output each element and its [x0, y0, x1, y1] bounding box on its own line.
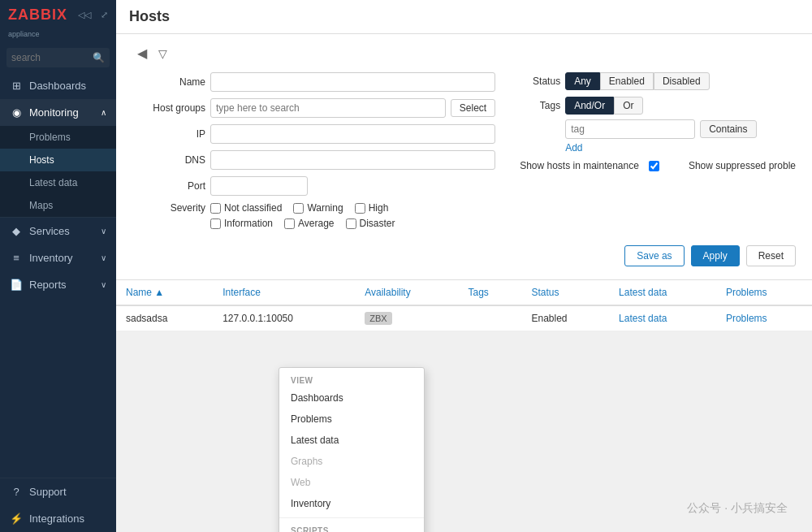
apply-button[interactable]: Apply: [691, 245, 740, 266]
sidebar-item-latest-data[interactable]: Latest data: [0, 171, 116, 194]
host-interface: 127.0.0.1:10050: [213, 305, 355, 331]
services-label: Services: [29, 225, 94, 237]
filter-port-row: Port: [132, 176, 495, 196]
tag-input[interactable]: [565, 119, 695, 139]
services-chevron: ∨: [101, 227, 106, 236]
severity-not-classified-cb[interactable]: [210, 203, 221, 214]
support-icon: ?: [10, 486, 23, 498]
hosts-label: Hosts: [29, 154, 54, 166]
maps-label: Maps: [29, 200, 53, 211]
ip-input[interactable]: [210, 124, 495, 144]
table-row[interactable]: sadsadsa 127.0.0.1:10050 ZBX Enabled Lat…: [116, 305, 812, 331]
app-subtitle: appliance: [0, 30, 116, 43]
status-buttons: Any Enabled Disabled: [565, 72, 709, 90]
status-disabled-button[interactable]: Disabled: [654, 72, 710, 90]
save-as-button[interactable]: Save as: [624, 245, 684, 266]
dns-label: DNS: [132, 154, 205, 166]
host-status: Enabled: [522, 305, 610, 331]
availability-badge: ZBX: [365, 312, 391, 325]
reset-button[interactable]: Reset: [746, 245, 796, 266]
table-header-row: Name ▲ Interface Availability Tags Statu…: [116, 280, 812, 305]
sidebar-item-reports[interactable]: 📄 Reports ∨: [0, 271, 116, 298]
ctx-problems[interactable]: Problems: [279, 409, 424, 430]
severity-information-cb[interactable]: [210, 218, 221, 229]
sidebar-external-icon[interactable]: ⤢: [101, 10, 108, 20]
sidebar-item-services[interactable]: ◆ Services ∨: [0, 218, 116, 244]
severity-warning-cb[interactable]: [293, 203, 304, 214]
tags-andor-button[interactable]: And/Or: [565, 97, 614, 115]
sidebar-item-integrations[interactable]: ⚡ Integrations: [0, 505, 116, 532]
severity-average-cb[interactable]: [284, 218, 295, 229]
col-latest-data[interactable]: Latest data: [609, 280, 716, 305]
sidebar-collapse-icon[interactable]: ◁◁: [78, 10, 91, 20]
maintenance-label: Show hosts in maintenance: [520, 160, 639, 171]
host-latest-data[interactable]: Latest data: [609, 305, 716, 331]
port-label: Port: [132, 180, 205, 192]
severity-average[interactable]: Average: [284, 218, 334, 229]
filter-hostgroups-row: Host groups Select: [132, 98, 495, 118]
app-logo: ZABBIX: [8, 6, 67, 24]
col-tags[interactable]: Tags: [458, 280, 521, 305]
filter-ip-row: IP: [132, 124, 495, 144]
problems-link[interactable]: Problems: [726, 313, 767, 324]
name-label: Name: [132, 76, 205, 88]
host-availability: ZBX: [355, 305, 458, 331]
col-status[interactable]: Status: [522, 280, 610, 305]
sidebar-bottom: ? Support ⚡ Integrations: [0, 478, 116, 532]
maintenance-checkbox[interactable]: [649, 161, 659, 171]
sidebar-item-label: Dashboards: [29, 80, 106, 92]
severity-high-cb[interactable]: [355, 203, 365, 214]
integrations-icon: ⚡: [10, 513, 23, 525]
status-any-button[interactable]: Any: [565, 72, 600, 90]
ctx-latest-data[interactable]: Latest data: [279, 430, 424, 451]
sidebar-item-maps[interactable]: Maps: [0, 194, 116, 217]
latest-data-link[interactable]: Latest data: [619, 313, 667, 324]
sidebar-item-support[interactable]: ? Support: [0, 478, 116, 505]
col-interface[interactable]: Interface: [213, 280, 355, 305]
host-name[interactable]: sadsadsa: [116, 305, 213, 331]
ctx-inventory[interactable]: Inventory: [279, 493, 424, 514]
severity-disaster[interactable]: Disaster: [346, 218, 395, 229]
severity-disaster-cb[interactable]: [346, 218, 356, 229]
add-tag-link[interactable]: Add: [565, 142, 582, 154]
severity-label: Severity: [132, 202, 205, 214]
hostgroups-input[interactable]: [210, 98, 446, 118]
sidebar-item-monitoring[interactable]: ◉ Monitoring ∧: [0, 99, 116, 126]
tags-or-button[interactable]: Or: [614, 97, 642, 115]
col-problems[interactable]: Problems: [716, 280, 812, 305]
back-button[interactable]: ◀: [132, 44, 152, 63]
monitoring-subnav: Problems Hosts Latest data Maps: [0, 126, 116, 217]
monitoring-icon: ◉: [10, 106, 23, 119]
sidebar-nav: ⊞ Dashboards ◉ Monitoring ∧ Problems Hos…: [0, 72, 116, 478]
services-icon: ◆: [10, 225, 23, 237]
contains-button[interactable]: Contains: [700, 120, 756, 138]
name-input[interactable]: [210, 72, 495, 92]
support-label: Support: [29, 486, 106, 498]
status-enabled-button[interactable]: Enabled: [600, 72, 654, 90]
inventory-label: Inventory: [29, 252, 94, 264]
reports-chevron: ∨: [101, 280, 106, 289]
sidebar-logo: ZABBIX ◁◁ ⤢: [0, 0, 116, 30]
sidebar-search-container: 🔍: [0, 43, 116, 72]
problems-label: Problems: [29, 132, 71, 143]
sidebar-item-hosts[interactable]: Hosts: [0, 149, 116, 171]
severity-high[interactable]: High: [355, 202, 389, 214]
severity-warning[interactable]: Warning: [293, 202, 343, 214]
sidebar-item-inventory[interactable]: ≡ Inventory ∨: [0, 244, 116, 271]
sidebar-item-dashboards[interactable]: ⊞ Dashboards: [0, 72, 116, 99]
host-problems[interactable]: Problems: [716, 305, 812, 331]
filter-severity-row: Severity Not classified Warning: [132, 202, 495, 229]
severity-information[interactable]: Information: [210, 218, 273, 229]
severity-not-classified[interactable]: Not classified: [210, 202, 282, 214]
dns-input[interactable]: [210, 150, 495, 170]
filter-panel: ◀ ▽ Name Host groups Select: [116, 34, 812, 280]
inventory-icon: ≡: [10, 252, 23, 264]
ctx-dashboards[interactable]: Dashboards: [279, 387, 424, 409]
port-input[interactable]: [210, 176, 308, 196]
hostgroups-label: Host groups: [132, 102, 205, 114]
col-name[interactable]: Name ▲: [116, 280, 213, 305]
add-tag-row: Add: [520, 142, 796, 154]
select-button[interactable]: Select: [451, 99, 495, 117]
col-availability[interactable]: Availability: [355, 280, 458, 305]
sidebar-item-problems[interactable]: Problems: [0, 126, 116, 149]
